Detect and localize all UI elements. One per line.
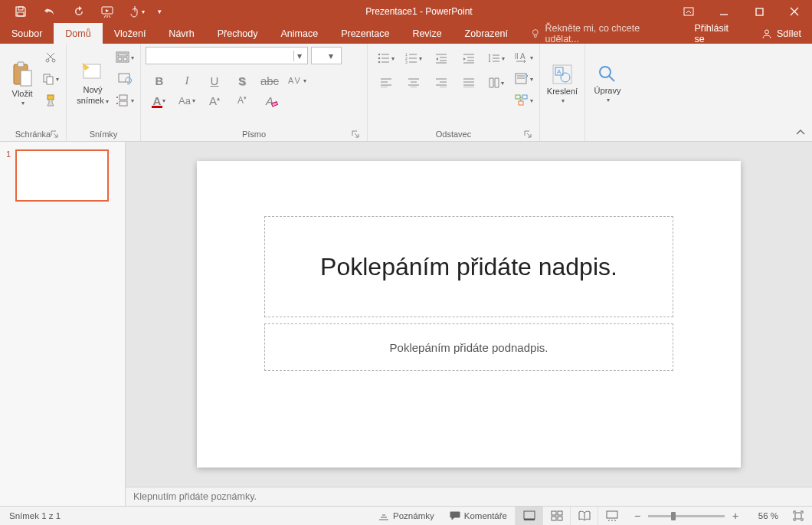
text-direction-button[interactable]: llA▾ bbox=[515, 48, 533, 67]
search-icon bbox=[598, 64, 617, 84]
tab-slideshow[interactable]: Prezentace bbox=[329, 23, 401, 44]
shadow-button[interactable]: S bbox=[228, 71, 256, 90]
shapes-icon: A bbox=[552, 64, 573, 85]
line-spacing-button[interactable]: ▾ bbox=[483, 48, 510, 68]
layout-button[interactable]: ▾ bbox=[116, 48, 134, 67]
start-slideshow-icon[interactable] bbox=[93, 0, 123, 23]
title-placeholder[interactable]: Poklepáním přidáte nadpis. bbox=[264, 216, 673, 317]
clipboard-launcher[interactable] bbox=[49, 129, 60, 139]
convert-smartart-button[interactable]: ▾ bbox=[515, 91, 533, 110]
svg-text:A: A bbox=[520, 52, 526, 61]
font-family-combo[interactable]: ▾ bbox=[146, 47, 308, 64]
comments-toggle[interactable]: Komentáře bbox=[442, 507, 515, 525]
decrease-indent-button[interactable] bbox=[427, 48, 455, 68]
columns-button[interactable]: ▾ bbox=[483, 73, 510, 93]
italic-button[interactable]: I bbox=[173, 71, 201, 90]
numbering-button[interactable]: 123▾ bbox=[400, 48, 427, 68]
svg-rect-17 bbox=[118, 54, 127, 56]
paste-label: Vložit bbox=[12, 89, 33, 98]
format-painter-button[interactable] bbox=[41, 91, 60, 110]
tab-transitions[interactable]: Přechody bbox=[206, 23, 270, 44]
cut-button[interactable] bbox=[41, 48, 60, 67]
zoom-level[interactable]: 56 % bbox=[746, 511, 778, 520]
underline-button[interactable]: U bbox=[201, 71, 228, 90]
bold-button[interactable]: B bbox=[146, 71, 173, 90]
new-slide-button[interactable]: Nový snímek▾ bbox=[71, 47, 114, 120]
drawing-label: Kreslení bbox=[547, 87, 578, 96]
section-button[interactable]: ▾ bbox=[116, 91, 134, 110]
ribbon-display-options-icon[interactable] bbox=[671, 0, 706, 23]
tab-review[interactable]: Revize bbox=[401, 23, 453, 44]
copy-button[interactable]: ▾ bbox=[41, 70, 60, 88]
notes-pane[interactable]: Klepnutím přidáte poznámky. bbox=[126, 487, 812, 506]
align-text-button[interactable]: ▾ bbox=[515, 70, 533, 88]
drawing-button[interactable]: A Kreslení ▾ bbox=[545, 47, 580, 120]
align-left-button[interactable] bbox=[372, 73, 400, 93]
tell-me-search[interactable]: Řekněte mi, co chcete udělat... bbox=[519, 23, 684, 44]
reading-view-button[interactable] bbox=[570, 507, 598, 525]
tab-animations[interactable]: Animace bbox=[270, 23, 330, 44]
slide-canvas[interactable]: Poklepáním přidáte nadpis. Poklepáním př… bbox=[197, 161, 741, 468]
align-center-button[interactable] bbox=[400, 73, 427, 93]
char-spacing-button[interactable]: AV▾ bbox=[283, 71, 311, 90]
notes-toggle[interactable]: Poznámky bbox=[371, 507, 442, 525]
thumb-number: 1 bbox=[6, 149, 11, 202]
paste-button[interactable]: Vložit ▾ bbox=[5, 47, 40, 120]
group-editing: Úpravy ▾ bbox=[585, 44, 630, 141]
group-font: ▾ ▾ B I U S abc AV▾ A▾ Aa▾ A▴ A▾ A Písmo bbox=[141, 44, 368, 141]
thumbnail-pane[interactable]: 1 bbox=[0, 142, 126, 506]
share-button[interactable]: Sdílet bbox=[751, 28, 812, 39]
reset-button[interactable] bbox=[116, 70, 134, 88]
normal-view-button[interactable] bbox=[515, 507, 542, 525]
font-launcher[interactable] bbox=[350, 129, 361, 139]
svg-rect-18 bbox=[118, 57, 122, 61]
close-button[interactable] bbox=[777, 0, 812, 23]
touch-mode-icon[interactable]: ▾ bbox=[123, 0, 152, 23]
slide-thumbnail-1[interactable] bbox=[15, 149, 109, 202]
font-size-combo[interactable]: ▾ bbox=[311, 47, 342, 64]
bullets-button[interactable]: ▾ bbox=[372, 48, 400, 68]
change-case-button[interactable]: Aa▾ bbox=[173, 90, 201, 110]
sign-in-link[interactable]: Přihlásit se bbox=[684, 23, 751, 44]
svg-rect-14 bbox=[47, 95, 54, 100]
editing-button[interactable]: Úpravy ▾ bbox=[590, 47, 625, 120]
status-bar: Snímek 1 z 1 Poznámky Komentáře − + 56 % bbox=[0, 506, 812, 525]
minimize-button[interactable] bbox=[706, 0, 742, 23]
justify-button[interactable] bbox=[455, 73, 483, 93]
undo-icon[interactable] bbox=[35, 0, 64, 23]
svg-rect-19 bbox=[123, 57, 127, 61]
zoom-slider[interactable] bbox=[648, 515, 725, 517]
qat-customize-icon[interactable]: ▾ bbox=[152, 0, 167, 23]
fit-to-window-button[interactable] bbox=[784, 507, 812, 525]
svg-rect-24 bbox=[116, 103, 118, 104]
svg-rect-36 bbox=[522, 95, 527, 99]
maximize-button[interactable] bbox=[742, 0, 777, 23]
strikethrough-button[interactable]: abc bbox=[256, 71, 283, 90]
quick-access-toolbar: ▾ ▾ bbox=[0, 0, 167, 23]
tab-view[interactable]: Zobrazení bbox=[453, 23, 519, 44]
group-drawing: A Kreslení ▾ bbox=[540, 44, 585, 141]
zoom-in-button[interactable]: + bbox=[729, 510, 742, 522]
zoom-out-button[interactable]: − bbox=[631, 510, 643, 522]
group-label-clipboard: Schránka bbox=[15, 130, 51, 139]
align-right-button[interactable] bbox=[427, 73, 455, 93]
redo-icon[interactable] bbox=[64, 0, 93, 23]
reset-icon bbox=[118, 73, 132, 85]
grow-font-button[interactable]: A▴ bbox=[201, 90, 228, 110]
tab-home[interactable]: Domů bbox=[54, 23, 102, 44]
group-label-slides: Snímky bbox=[90, 130, 118, 139]
slideshow-view-button[interactable] bbox=[598, 507, 625, 525]
shrink-font-button[interactable]: A▾ bbox=[228, 90, 256, 110]
increase-indent-button[interactable] bbox=[455, 48, 483, 68]
paragraph-launcher[interactable] bbox=[522, 129, 533, 139]
font-color-button[interactable]: A▾ bbox=[146, 90, 173, 110]
collapse-ribbon-button[interactable] bbox=[794, 127, 807, 138]
svg-rect-3 bbox=[684, 8, 693, 15]
sorter-view-button[interactable] bbox=[542, 507, 570, 525]
save-icon[interactable] bbox=[6, 0, 35, 23]
clear-formatting-button[interactable]: A bbox=[256, 90, 283, 110]
tab-insert[interactable]: Vložení bbox=[103, 23, 158, 44]
tab-design[interactable]: Návrh bbox=[157, 23, 205, 44]
subtitle-placeholder[interactable]: Poklepáním přidáte podnadpis. bbox=[264, 323, 673, 371]
tab-file[interactable]: Soubor bbox=[0, 23, 54, 44]
